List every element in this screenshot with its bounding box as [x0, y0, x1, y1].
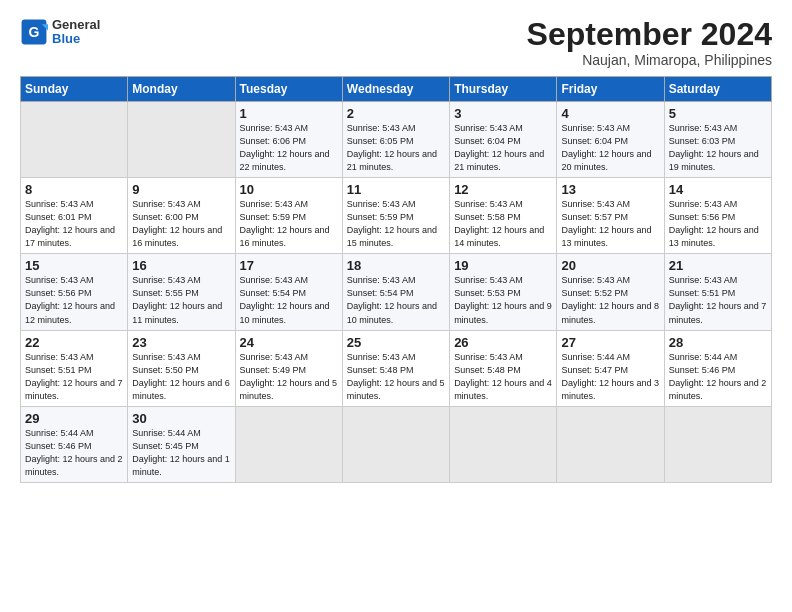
day-info: Sunrise: 5:43 AMSunset: 5:54 PMDaylight:… — [347, 274, 445, 326]
day-info: Sunrise: 5:43 AMSunset: 5:50 PMDaylight:… — [132, 351, 230, 403]
day-number: 25 — [347, 335, 445, 350]
day-info: Sunrise: 5:43 AMSunset: 5:58 PMDaylight:… — [454, 198, 552, 250]
day-number: 28 — [669, 335, 767, 350]
month-title: September 2024 — [527, 18, 772, 50]
day-number: 20 — [561, 258, 659, 273]
page: G General Blue September 2024 Naujan, Mi… — [0, 0, 792, 493]
day-info: Sunrise: 5:43 AMSunset: 5:59 PMDaylight:… — [347, 198, 445, 250]
calendar-cell — [342, 406, 449, 482]
calendar-cell: 22Sunrise: 5:43 AMSunset: 5:51 PMDayligh… — [21, 330, 128, 406]
weekday-header: Monday — [128, 77, 235, 102]
calendar-cell: 26Sunrise: 5:43 AMSunset: 5:48 PMDayligh… — [450, 330, 557, 406]
calendar-cell: 17Sunrise: 5:43 AMSunset: 5:54 PMDayligh… — [235, 254, 342, 330]
calendar-cell: 27Sunrise: 5:44 AMSunset: 5:47 PMDayligh… — [557, 330, 664, 406]
day-info: Sunrise: 5:43 AMSunset: 6:06 PMDaylight:… — [240, 122, 338, 174]
calendar-cell: 12Sunrise: 5:43 AMSunset: 5:58 PMDayligh… — [450, 178, 557, 254]
calendar-cell: 16Sunrise: 5:43 AMSunset: 5:55 PMDayligh… — [128, 254, 235, 330]
calendar-cell: 3Sunrise: 5:43 AMSunset: 6:04 PMDaylight… — [450, 102, 557, 178]
day-number: 11 — [347, 182, 445, 197]
day-number: 10 — [240, 182, 338, 197]
day-info: Sunrise: 5:44 AMSunset: 5:46 PMDaylight:… — [25, 427, 123, 479]
calendar-cell: 29Sunrise: 5:44 AMSunset: 5:46 PMDayligh… — [21, 406, 128, 482]
day-number: 5 — [669, 106, 767, 121]
calendar-week-row: 22Sunrise: 5:43 AMSunset: 5:51 PMDayligh… — [21, 330, 772, 406]
day-number: 8 — [25, 182, 123, 197]
weekday-header: Tuesday — [235, 77, 342, 102]
day-info: Sunrise: 5:43 AMSunset: 5:51 PMDaylight:… — [25, 351, 123, 403]
day-info: Sunrise: 5:43 AMSunset: 6:03 PMDaylight:… — [669, 122, 767, 174]
header: G General Blue September 2024 Naujan, Mi… — [20, 18, 772, 68]
calendar-cell: 1Sunrise: 5:43 AMSunset: 6:06 PMDaylight… — [235, 102, 342, 178]
calendar-cell — [235, 406, 342, 482]
day-number: 17 — [240, 258, 338, 273]
day-info: Sunrise: 5:43 AMSunset: 5:48 PMDaylight:… — [454, 351, 552, 403]
day-number: 9 — [132, 182, 230, 197]
weekday-header: Thursday — [450, 77, 557, 102]
calendar-week-row: 15Sunrise: 5:43 AMSunset: 5:56 PMDayligh… — [21, 254, 772, 330]
day-number: 22 — [25, 335, 123, 350]
day-number: 12 — [454, 182, 552, 197]
day-number: 1 — [240, 106, 338, 121]
calendar-cell: 30Sunrise: 5:44 AMSunset: 5:45 PMDayligh… — [128, 406, 235, 482]
day-number: 21 — [669, 258, 767, 273]
day-info: Sunrise: 5:43 AMSunset: 5:53 PMDaylight:… — [454, 274, 552, 326]
calendar-cell: 14Sunrise: 5:43 AMSunset: 5:56 PMDayligh… — [664, 178, 771, 254]
calendar-cell — [450, 406, 557, 482]
day-info: Sunrise: 5:43 AMSunset: 6:05 PMDaylight:… — [347, 122, 445, 174]
calendar-cell: 5Sunrise: 5:43 AMSunset: 6:03 PMDaylight… — [664, 102, 771, 178]
day-number: 26 — [454, 335, 552, 350]
day-info: Sunrise: 5:43 AMSunset: 6:01 PMDaylight:… — [25, 198, 123, 250]
day-number: 2 — [347, 106, 445, 121]
calendar-cell — [664, 406, 771, 482]
calendar-cell: 23Sunrise: 5:43 AMSunset: 5:50 PMDayligh… — [128, 330, 235, 406]
logo: G General Blue — [20, 18, 100, 47]
day-info: Sunrise: 5:44 AMSunset: 5:47 PMDaylight:… — [561, 351, 659, 403]
weekday-header: Friday — [557, 77, 664, 102]
calendar-cell: 21Sunrise: 5:43 AMSunset: 5:51 PMDayligh… — [664, 254, 771, 330]
calendar-cell: 8Sunrise: 5:43 AMSunset: 6:01 PMDaylight… — [21, 178, 128, 254]
day-number: 15 — [25, 258, 123, 273]
weekday-header: Sunday — [21, 77, 128, 102]
calendar-cell: 9Sunrise: 5:43 AMSunset: 6:00 PMDaylight… — [128, 178, 235, 254]
day-number: 27 — [561, 335, 659, 350]
calendar-cell: 25Sunrise: 5:43 AMSunset: 5:48 PMDayligh… — [342, 330, 449, 406]
day-info: Sunrise: 5:43 AMSunset: 5:54 PMDaylight:… — [240, 274, 338, 326]
day-number: 14 — [669, 182, 767, 197]
day-info: Sunrise: 5:44 AMSunset: 5:45 PMDaylight:… — [132, 427, 230, 479]
calendar-week-row: 29Sunrise: 5:44 AMSunset: 5:46 PMDayligh… — [21, 406, 772, 482]
calendar-cell: 4Sunrise: 5:43 AMSunset: 6:04 PMDaylight… — [557, 102, 664, 178]
day-number: 29 — [25, 411, 123, 426]
calendar-cell: 18Sunrise: 5:43 AMSunset: 5:54 PMDayligh… — [342, 254, 449, 330]
calendar-week-row: 8Sunrise: 5:43 AMSunset: 6:01 PMDaylight… — [21, 178, 772, 254]
logo-text: General Blue — [52, 18, 100, 47]
calendar-cell: 15Sunrise: 5:43 AMSunset: 5:56 PMDayligh… — [21, 254, 128, 330]
day-info: Sunrise: 5:43 AMSunset: 5:57 PMDaylight:… — [561, 198, 659, 250]
logo-icon: G — [20, 18, 48, 46]
day-info: Sunrise: 5:43 AMSunset: 5:49 PMDaylight:… — [240, 351, 338, 403]
header-row: SundayMondayTuesdayWednesdayThursdayFrid… — [21, 77, 772, 102]
calendar-cell: 10Sunrise: 5:43 AMSunset: 5:59 PMDayligh… — [235, 178, 342, 254]
calendar-cell: 11Sunrise: 5:43 AMSunset: 5:59 PMDayligh… — [342, 178, 449, 254]
day-number: 16 — [132, 258, 230, 273]
day-info: Sunrise: 5:43 AMSunset: 5:56 PMDaylight:… — [25, 274, 123, 326]
day-info: Sunrise: 5:43 AMSunset: 5:52 PMDaylight:… — [561, 274, 659, 326]
day-info: Sunrise: 5:43 AMSunset: 5:51 PMDaylight:… — [669, 274, 767, 326]
calendar-cell — [21, 102, 128, 178]
day-number: 24 — [240, 335, 338, 350]
day-number: 23 — [132, 335, 230, 350]
day-info: Sunrise: 5:43 AMSunset: 5:55 PMDaylight:… — [132, 274, 230, 326]
day-info: Sunrise: 5:44 AMSunset: 5:46 PMDaylight:… — [669, 351, 767, 403]
calendar-cell: 2Sunrise: 5:43 AMSunset: 6:05 PMDaylight… — [342, 102, 449, 178]
title-block: September 2024 Naujan, Mimaropa, Philipp… — [527, 18, 772, 68]
weekday-header: Wednesday — [342, 77, 449, 102]
logo-line2: Blue — [52, 32, 100, 46]
day-info: Sunrise: 5:43 AMSunset: 5:56 PMDaylight:… — [669, 198, 767, 250]
calendar-cell: 24Sunrise: 5:43 AMSunset: 5:49 PMDayligh… — [235, 330, 342, 406]
calendar-cell: 28Sunrise: 5:44 AMSunset: 5:46 PMDayligh… — [664, 330, 771, 406]
day-info: Sunrise: 5:43 AMSunset: 6:00 PMDaylight:… — [132, 198, 230, 250]
day-number: 4 — [561, 106, 659, 121]
calendar-cell: 20Sunrise: 5:43 AMSunset: 5:52 PMDayligh… — [557, 254, 664, 330]
location: Naujan, Mimaropa, Philippines — [527, 52, 772, 68]
calendar-table: SundayMondayTuesdayWednesdayThursdayFrid… — [20, 76, 772, 483]
day-number: 3 — [454, 106, 552, 121]
